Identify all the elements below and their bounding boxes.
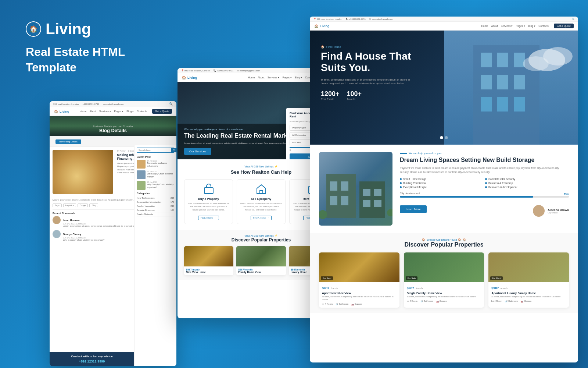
right-props-grid: For Rent $987 /mush Apartment Nice View … [319,252,569,308]
right-hero: 🏠 Find House Find A House That Suits You… [310,31,578,145]
person-section: Aleesha Brown City Place [533,205,569,217]
comment-avatar-2 [53,230,61,238]
prop-bath-3: 🚿 Bathroom [505,300,518,302]
feature-dot-4 [485,182,487,184]
prop-beds-1: 🛏 4 Room [322,303,333,305]
blog-card: 999 road location, London +99999001-9731… [50,101,176,366]
commenter-name-1: Isaac Herman [63,219,80,222]
features-sub-text: We can help you realize your [400,152,569,155]
features-list: Smart Home Design Complete 24/7 Security… [400,178,569,188]
right-hero-sub: 🏠 Find House [321,45,438,49]
right-nav-cta[interactable]: Get a Quote [554,24,574,28]
building-bg [444,31,578,145]
sidebar-post-2: 23 Jan 2021 Will Supply Chain Become Sup… [137,170,174,179]
search-input[interactable] [137,148,171,152]
feature-dot-5 [400,186,402,188]
building-image [444,31,578,145]
person-details: Aleesha Brown City Place [548,208,569,214]
prop-feats-2: 🛏 4 Room 🚿 Bathroom 🚗 Garage [407,300,481,302]
blog-hero: Business Models you can Consider Blog De… [50,116,176,136]
svg-rect-26 [374,200,381,207]
sidebar-post-3: 23 Jan 2021 Why Supply Chain Visibility … [137,181,174,190]
sell-link[interactable]: Find A Home → [251,216,272,220]
stat-label-2: Awards [347,98,362,100]
logo-icon: 🏠 [26,21,41,37]
commenter-name-2: George Cloney [63,233,81,236]
prop-badge-1: For Rent [321,276,333,280]
right-props-section: 🏠 Browse Our Dream House 🏠 🏠 Discover Po… [310,233,578,313]
prop-garage-3: 🚗 Garage [521,300,531,302]
svg-rect-5 [481,53,492,67]
right-hero-title: Find A House That Suits You. [321,51,438,74]
right-prop-1: For Rent $987 /mush Apartment Nice View … [319,252,399,308]
right-card: 📍 999 road location, London 📞 +99999001-… [310,17,578,362]
svg-rect-24 [374,189,381,196]
category-1: New Technologies265 [137,196,174,200]
service-sell: Sell a property over 1 millions homes fo… [237,179,286,224]
svg-rect-6 [497,53,508,67]
progress-bar [400,196,569,198]
prop-price-1: $987 [322,286,329,290]
svg-rect-0 [204,188,213,194]
prop-badge-3: For Rent [490,276,502,280]
right-prop-img-2: For Sale [404,252,484,282]
feature-3: Building Permission [400,182,484,184]
features-footer: Learn More Aleesha Brown City Place [400,201,569,217]
blog-layout: By Admin 0 Comments Making Informed Deci… [50,147,176,360]
room-img [53,150,113,194]
prop-name-3: Apartment Luxury Family Home [491,291,566,295]
category-4: Remote Financing188 [137,208,174,212]
learn-more-btn[interactable]: Learn More [400,205,427,213]
prop-info-2: $987/month Family Home View [236,266,286,275]
right-prop-info-3: $987 /mush Apartment Luxury Family Home … [488,282,569,305]
prop-name-2: Single Family Home View [407,291,481,295]
svg-rect-10 [514,75,525,89]
svg-rect-11 [481,97,492,112]
brand-logo: 🏠 Living [26,20,165,38]
prop-bath-1: 🚿 Bathroom [336,303,348,305]
features-section: We can help you realize your Dream Livin… [310,145,578,233]
stat-number-1: 1200+ [321,90,340,98]
stat-label-1: Real Estate [321,98,340,100]
svg-rect-9 [497,75,508,89]
tag-tags: Tags [53,204,62,207]
comment-avatar-1 [53,216,61,224]
our-services-btn[interactable]: Our Services [184,148,211,155]
feature-1: Smart Home Design [400,178,484,180]
prop-garage-1: 🚗 Garage [351,303,362,305]
dot-1 [440,136,443,139]
right-nav-logo: 🏠 Living [314,24,330,28]
prop-per-2: /mush [416,287,423,290]
post-image [53,150,113,194]
stat-real-estate: 1200+ Real Estate [321,90,340,100]
nav-cta[interactable]: Get a Quote [152,109,172,114]
phone: +99999001-9731 [82,103,99,105]
buy-desc: over 1 millions homes for sale available… [187,202,230,211]
right-nav: 🏠 Living Home About Services ▾ Pages ▾ B… [310,22,578,31]
category-5: Quality Materials [137,212,174,216]
nav-logo: 🏠 Living [54,110,69,113]
svg-rect-21 [341,196,348,205]
stats-row: 1200+ Real Estate 100+ Awards [321,90,438,100]
service-buy: Buy a Property over 1 millions homes for… [184,179,233,224]
svg-rect-18 [330,181,337,191]
prop-img-2 [236,246,286,266]
svg-rect-8 [481,75,492,89]
feature-2: Complete 24/7 Security [485,178,569,180]
prop-img-1 [184,246,233,266]
svg-rect-19 [341,181,348,191]
right-prop-img-1: For Rent [319,252,399,282]
sidebar-search-form: 🔍 [137,148,174,153]
sidebar-post-img-3 [137,181,146,190]
prop-price-2: $987 [407,286,414,290]
prop-garage-2: 🚗 Garage [436,300,447,302]
hero-sub: Business Models you can Consider [93,125,133,128]
buy-link[interactable]: Find A Home → [198,216,219,220]
prop-name-1: Apartment Nice View [322,291,397,295]
prop-2: $987/month Family Home View [236,246,286,275]
prop-1: $987/month Nice View Home [184,246,233,275]
search-button[interactable]: 🔍 [171,148,176,152]
prop-price-3: $987 [491,286,499,290]
svg-point-27 [319,210,327,219]
person-name: Aleesha Brown [548,208,569,212]
